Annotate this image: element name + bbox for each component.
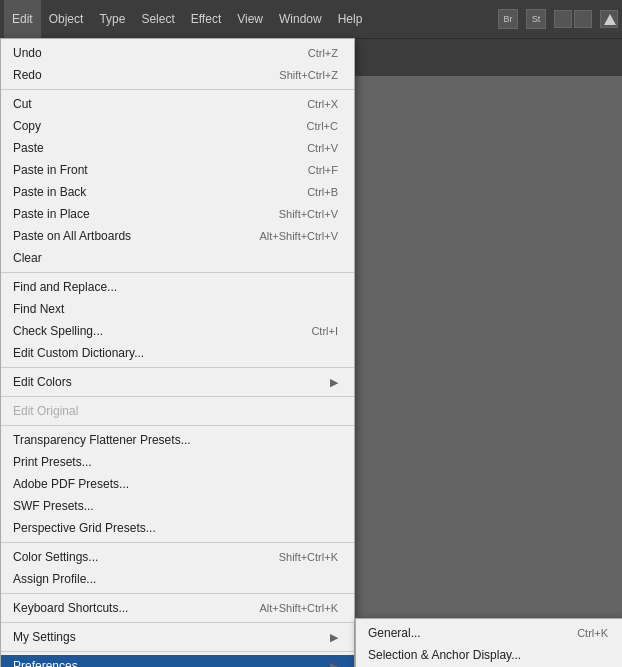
menu-item-label: Clear [13,251,338,265]
menu-item-label: Edit Original [13,404,338,418]
menu-item-paste-in-place[interactable]: Paste in PlaceShift+Ctrl+V [1,203,354,225]
menu-item-redo[interactable]: RedoShift+Ctrl+Z [1,64,354,86]
menu-item-undo[interactable]: UndoCtrl+Z [1,42,354,64]
menu-item-shortcut: Shift+Ctrl+K [279,551,338,563]
layout-icon-2[interactable] [574,10,592,28]
menu-item-print-presets-[interactable]: Print Presets... [1,451,354,473]
menu-item-label: Paste in Back [13,185,287,199]
menu-item-label: Check Spelling... [13,324,291,338]
menu-item-paste-in-front[interactable]: Paste in FrontCtrl+F [1,159,354,181]
menu-window[interactable]: Window [271,0,330,38]
menu-item-label: Find and Replace... [13,280,338,294]
menu-type[interactable]: Type [91,0,133,38]
layout-icons [554,10,592,28]
toolbar-right-icons: Br St [498,9,618,29]
menu-item-shortcut: Shift+Ctrl+Z [279,69,338,81]
menu-item-transparency-flattener-presets-[interactable]: Transparency Flattener Presets... [1,429,354,451]
menu-item-shortcut: Ctrl+V [307,142,338,154]
menu-item-shortcut: Shift+Ctrl+V [279,208,338,220]
menu-item-clear[interactable]: Clear [1,247,354,269]
dropdown-container: UndoCtrl+ZRedoShift+Ctrl+ZCutCtrl+XCopyC… [0,38,355,667]
menu-item-label: Perspective Grid Presets... [13,521,338,535]
menu-item-shortcut: Ctrl+I [311,325,338,337]
pref-item-general-[interactable]: General...Ctrl+K [356,622,622,644]
menu-effect[interactable]: Effect [183,0,229,38]
menu-item-shortcut: Ctrl+X [307,98,338,110]
submenu-item-label: Selection & Anchor Display... [368,648,608,662]
menu-item-copy[interactable]: CopyCtrl+C [1,115,354,137]
menu-item-shortcut: Ctrl+B [307,186,338,198]
menu-item-shortcut: Ctrl+C [307,120,338,132]
menu-item-paste-on-all-artboards[interactable]: Paste on All ArtboardsAlt+Shift+Ctrl+V [1,225,354,247]
menu-edit[interactable]: Edit [4,0,41,38]
menu-separator [1,593,354,594]
submenu-arrow-icon: ▶ [330,660,338,668]
menu-item-label: Cut [13,97,287,111]
menu-separator [1,367,354,368]
menu-item-label: Paste [13,141,287,155]
menu-item-edit-original: Edit Original [1,400,354,422]
menu-object[interactable]: Object [41,0,92,38]
menu-separator [1,425,354,426]
layout-icon-1[interactable] [554,10,572,28]
menu-item-label: SWF Presets... [13,499,338,513]
preferences-submenu: General...Ctrl+KSelection & Anchor Displ… [355,618,622,667]
menu-help[interactable]: Help [330,0,371,38]
submenu-arrow-icon: ▶ [330,376,338,389]
menu-item-assign-profile-[interactable]: Assign Profile... [1,568,354,590]
menu-separator [1,542,354,543]
menu-view[interactable]: View [229,0,271,38]
menu-item-label: Paste in Place [13,207,259,221]
menu-item-label: Edit Colors [13,375,330,389]
menu-item-edit-custom-dictionary-[interactable]: Edit Custom Dictionary... [1,342,354,364]
menu-item-swf-presets-[interactable]: SWF Presets... [1,495,354,517]
menu-item-shortcut: Alt+Shift+Ctrl+K [259,602,338,614]
submenu-item-shortcut: Ctrl+K [577,627,608,639]
menu-item-label: Edit Custom Dictionary... [13,346,338,360]
menu-separator [1,272,354,273]
edit-menu: UndoCtrl+ZRedoShift+Ctrl+ZCutCtrl+XCopyC… [0,38,355,667]
menu-item-label: Redo [13,68,259,82]
menu-item-my-settings[interactable]: My Settings▶ [1,626,354,648]
menu-item-color-settings-[interactable]: Color Settings...Shift+Ctrl+K [1,546,354,568]
menu-item-label: My Settings [13,630,330,644]
svg-marker-0 [604,14,616,25]
menu-item-label: Keyboard Shortcuts... [13,601,239,615]
menu-item-label: Paste in Front [13,163,288,177]
menu-item-label: Copy [13,119,287,133]
menu-item-label: Preferences [13,659,330,667]
menu-separator [1,622,354,623]
menu-item-find-and-replace-[interactable]: Find and Replace... [1,276,354,298]
menu-separator [1,651,354,652]
menu-item-label: Paste on All Artboards [13,229,239,243]
menu-item-label: Adobe PDF Presets... [13,477,338,491]
arrange-icon[interactable] [600,10,618,28]
menu-item-shortcut: Ctrl+Z [308,47,338,59]
menu-item-preferences[interactable]: Preferences▶ [1,655,354,667]
menu-item-shortcut: Alt+Shift+Ctrl+V [259,230,338,242]
menu-item-paste[interactable]: PasteCtrl+V [1,137,354,159]
menu-item-keyboard-shortcuts-[interactable]: Keyboard Shortcuts...Alt+Shift+Ctrl+K [1,597,354,619]
menu-item-cut[interactable]: CutCtrl+X [1,93,354,115]
menu-select[interactable]: Select [133,0,182,38]
menu-separator [1,396,354,397]
menu-bar: Edit Object Type Select Effect View Wind… [0,0,622,38]
menu-item-label: Find Next [13,302,338,316]
submenu-item-label: General... [368,626,557,640]
icon-stock[interactable]: St [526,9,546,29]
icon-bridge[interactable]: Br [498,9,518,29]
menu-item-label: Transparency Flattener Presets... [13,433,338,447]
menu-item-adobe-pdf-presets-[interactable]: Adobe PDF Presets... [1,473,354,495]
menu-item-label: Assign Profile... [13,572,338,586]
menu-item-perspective-grid-presets-[interactable]: Perspective Grid Presets... [1,517,354,539]
menu-item-edit-colors[interactable]: Edit Colors▶ [1,371,354,393]
menu-item-shortcut: Ctrl+F [308,164,338,176]
menu-item-check-spelling-[interactable]: Check Spelling...Ctrl+I [1,320,354,342]
pref-item-selection-anchor-display-[interactable]: Selection & Anchor Display... [356,644,622,666]
menu-item-label: Undo [13,46,288,60]
menu-item-find-next[interactable]: Find Next [1,298,354,320]
menu-item-label: Color Settings... [13,550,259,564]
menu-item-paste-in-back[interactable]: Paste in BackCtrl+B [1,181,354,203]
menu-separator [1,89,354,90]
menu-item-label: Print Presets... [13,455,338,469]
